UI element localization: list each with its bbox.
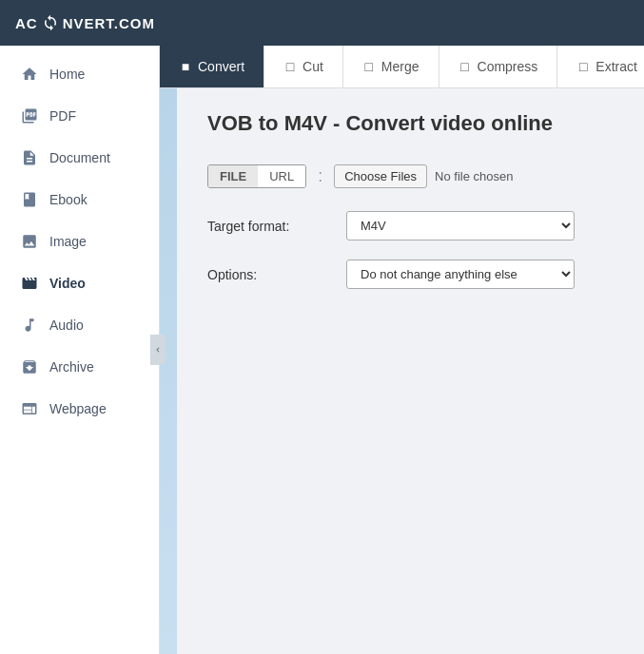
sidebar-item-image[interactable]: Image bbox=[0, 221, 159, 262]
tab-convert[interactable]: ■ Convert bbox=[160, 46, 264, 87]
tab-merge-icon: □ bbox=[362, 60, 376, 73]
sidebar-item-home[interactable]: Home bbox=[0, 53, 159, 95]
sidebar-item-ebook[interactable]: Ebook bbox=[0, 179, 159, 221]
sidebar: Home PDF Document Ebook bbox=[0, 46, 160, 654]
sidebar-label-pdf: PDF bbox=[49, 108, 76, 124]
tab-extract[interactable]: □ Extract bbox=[557, 46, 644, 87]
main-content: ■ Convert □ Cut □ Merge □ Compress □ Ext… bbox=[160, 46, 644, 654]
tabs-bar: ■ Convert □ Cut □ Merge □ Compress □ Ext… bbox=[160, 46, 644, 88]
sidebar-label-webpage: Webpage bbox=[49, 401, 107, 416]
logo-nvert: NVERT.COM bbox=[63, 15, 155, 31]
logo-ac: AC bbox=[15, 15, 38, 31]
sidebar-label-video: Video bbox=[49, 276, 86, 291]
logo: AC NVERT.COM bbox=[15, 14, 155, 31]
tab-compress-label: Compress bbox=[478, 59, 538, 74]
tab-convert-label: Convert bbox=[198, 59, 244, 74]
file-url-switcher: FILE URL bbox=[207, 164, 306, 188]
file-tab[interactable]: FILE bbox=[208, 165, 258, 187]
video-icon bbox=[19, 273, 40, 294]
pdf-icon bbox=[19, 106, 40, 126]
header: AC NVERT.COM bbox=[0, 0, 644, 46]
tab-cut[interactable]: □ Cut bbox=[264, 46, 343, 87]
tab-compress-icon: □ bbox=[459, 60, 472, 73]
sidebar-item-video[interactable]: Video bbox=[0, 262, 159, 304]
sidebar-collapse-button[interactable] bbox=[150, 335, 166, 365]
sidebar-label-archive: Archive bbox=[49, 359, 94, 375]
archive-icon bbox=[19, 356, 40, 377]
url-tab[interactable]: URL bbox=[258, 165, 305, 187]
tab-cut-label: Cut bbox=[302, 59, 323, 74]
sidebar-label-audio: Audio bbox=[49, 317, 84, 333]
page-title: VOB to M4V - Convert video online bbox=[207, 111, 606, 136]
tab-merge[interactable]: □ Merge bbox=[343, 46, 439, 87]
sidebar-label-home: Home bbox=[49, 67, 85, 82]
content-area: VOB to M4V - Convert video online FILE U… bbox=[160, 88, 644, 654]
tab-convert-icon: ■ bbox=[179, 60, 192, 73]
options-select[interactable]: Do not change anything else bbox=[346, 260, 575, 289]
sidebar-item-archive[interactable]: Archive bbox=[0, 346, 159, 388]
file-upload-row: FILE URL : Choose Files No file chosen bbox=[207, 164, 606, 188]
target-format-select[interactable]: M4V bbox=[346, 211, 575, 240]
ebook-icon bbox=[19, 189, 40, 210]
audio-icon bbox=[19, 315, 40, 336]
layout: Home PDF Document Ebook bbox=[0, 46, 644, 654]
sidebar-label-document: Document bbox=[49, 150, 110, 165]
image-icon bbox=[19, 231, 40, 252]
sidebar-label-ebook: Ebook bbox=[49, 192, 88, 207]
sidebar-item-webpage[interactable]: Webpage bbox=[0, 388, 159, 430]
content-inner: VOB to M4V - Convert video online FILE U… bbox=[160, 88, 644, 331]
sidebar-label-image: Image bbox=[49, 234, 87, 249]
choose-files-button[interactable]: Choose Files bbox=[334, 164, 427, 188]
tab-merge-label: Merge bbox=[381, 59, 420, 74]
blue-sidebar-bar bbox=[160, 88, 177, 654]
sidebar-item-audio[interactable]: Audio bbox=[0, 304, 159, 346]
sync-icon bbox=[42, 14, 59, 31]
file-separator: : bbox=[318, 166, 322, 186]
options-row: Options: Do not change anything else bbox=[207, 260, 606, 289]
home-icon bbox=[19, 64, 40, 85]
target-format-row: Target format: M4V bbox=[207, 211, 606, 240]
options-label: Options: bbox=[207, 267, 331, 282]
target-format-label: Target format: bbox=[207, 219, 331, 234]
no-file-label: No file chosen bbox=[435, 169, 513, 183]
document-icon bbox=[19, 147, 40, 168]
sidebar-item-pdf[interactable]: PDF bbox=[0, 95, 159, 137]
tab-extract-icon: □ bbox=[576, 60, 590, 73]
tab-compress[interactable]: □ Compress bbox=[439, 46, 558, 87]
tab-extract-label: Extract bbox=[595, 59, 637, 74]
sidebar-item-document[interactable]: Document bbox=[0, 137, 159, 179]
webpage-icon bbox=[19, 398, 40, 419]
tab-cut-icon: □ bbox=[283, 60, 297, 73]
